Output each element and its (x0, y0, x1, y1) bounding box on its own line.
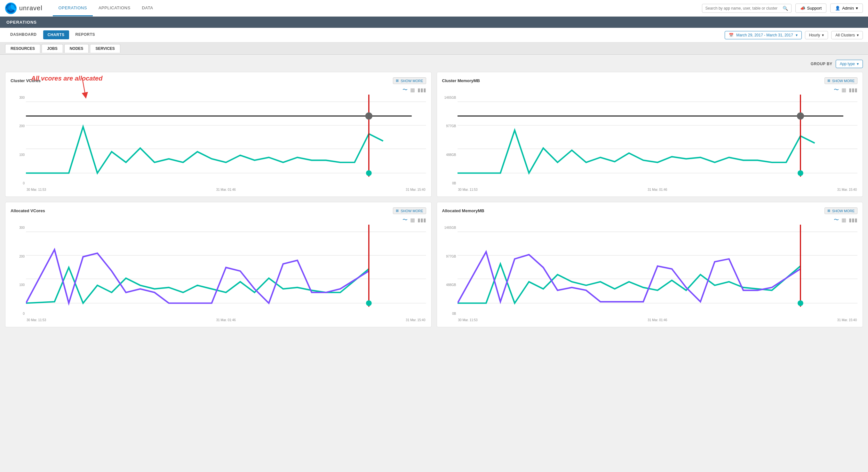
chart-svg (26, 225, 426, 317)
nav-right: 🔍 📣 Support 👤 Admin ▾ (702, 3, 863, 13)
chart-wrapper: 300 200 100 0 (10, 95, 426, 192)
line-chart-icon[interactable]: 〜 (402, 217, 408, 224)
nav-applications[interactable]: APPLICATIONS (93, 0, 136, 16)
expand-icon: ⊠ (396, 79, 399, 83)
tab-dashboard[interactable]: DASHBOARD (5, 28, 42, 42)
chart-actions: ⊠ SHOW MORE (393, 77, 426, 84)
chart-svg (458, 225, 858, 317)
sec-tab-services[interactable]: SERVICES (90, 44, 120, 53)
chevron-down-icon: ▾ (857, 62, 859, 66)
chart-y-axis: 300 200 100 0 (10, 225, 26, 322)
chart-view-icons: 〜 ▦ ▮▮▮ (10, 87, 426, 93)
search-input[interactable] (706, 6, 780, 10)
group-by-bar: GROUP BY App type ▾ (5, 60, 863, 68)
support-button[interactable]: 📣 Support (795, 3, 827, 13)
show-more-label: SHOW MORE (832, 79, 855, 83)
chart-allocated-memorymb: Allocated MemoryMB ⊠ SHOW MORE 〜 ▦ ▮▮▮ 1… (437, 202, 863, 327)
search-icon: 🔍 (782, 6, 788, 11)
nav-data[interactable]: DATA (136, 0, 159, 16)
search-box[interactable]: 🔍 (702, 4, 792, 13)
main-content: GROUP BY App type ▾ All vcores are alloc… (0, 55, 868, 332)
chevron-down-icon: ▾ (857, 33, 859, 37)
show-more-label: SHOW MORE (401, 79, 423, 83)
expand-icon: ⊠ (827, 79, 830, 83)
chevron-down-icon: ▾ (822, 33, 824, 37)
chart-title: Cluster VCores (10, 78, 41, 83)
area-chart-icon[interactable]: ▦ (841, 87, 846, 93)
line-chart-icon[interactable]: 〜 (834, 87, 839, 93)
show-more-button[interactable]: ⊠ SHOW MORE (393, 77, 426, 84)
logo-icon (5, 3, 17, 14)
show-more-button[interactable]: ⊠ SHOW MORE (393, 207, 426, 214)
svg-point-17 (797, 112, 804, 120)
logo[interactable]: unravel (5, 3, 42, 14)
bar-chart-icon[interactable]: ▮▮▮ (417, 87, 426, 93)
show-more-label: SHOW MORE (832, 209, 855, 213)
chart-view-icons: 〜 ▦ ▮▮▮ (442, 217, 858, 224)
chart-title: Allocated VCores (10, 208, 45, 213)
show-more-button[interactable]: ⊠ SHOW MORE (825, 77, 858, 84)
chart-main: 30 Mar. 11:53 31 Mar. 01:46 31 Mar. 15:4… (458, 225, 858, 322)
chart-header: Cluster MemoryMB ⊠ SHOW MORE (442, 77, 858, 84)
page-title-bar: OPERATIONS (0, 16, 868, 28)
show-more-button[interactable]: ⊠ SHOW MORE (825, 207, 858, 214)
chevron-down-icon: ▾ (796, 33, 798, 37)
top-nav: unravel OPERATIONS APPLICATIONS DATA 🔍 📣… (0, 0, 868, 16)
chart-svg (26, 95, 426, 187)
sub-nav: DASHBOARD CHARTS REPORTS 📅 March 29, 201… (0, 28, 868, 42)
chart-cluster-vcores: All vcores are allocated Cluster VCores … (5, 72, 432, 197)
svg-point-24 (366, 300, 372, 306)
calendar-icon: 📅 (729, 33, 734, 37)
tab-reports[interactable]: REPORTS (70, 28, 100, 42)
chart-y-axis: 300 200 100 0 (10, 95, 26, 192)
sec-tab-resources[interactable]: RESOURCES (5, 44, 40, 53)
bar-chart-icon[interactable]: ▮▮▮ (417, 217, 426, 223)
main-nav: OPERATIONS APPLICATIONS DATA (53, 0, 159, 16)
sec-tab-jobs[interactable]: JOBS (41, 44, 63, 53)
megaphone-icon: 📣 (800, 6, 805, 10)
chart-y-axis: 1465GB 977GB 488GB 0B (442, 95, 458, 192)
chevron-down-icon: ▾ (856, 6, 858, 10)
chart-svg (458, 95, 858, 187)
date-picker-button[interactable]: 📅 March 29, 2017 - March 31, 2017 ▾ (725, 31, 802, 39)
area-chart-icon[interactable]: ▦ (410, 87, 415, 93)
chart-x-labels: 30 Mar. 11:53 31 Mar. 01:46 31 Mar. 15:4… (458, 188, 858, 192)
nav-operations[interactable]: OPERATIONS (53, 0, 93, 16)
bar-chart-icon[interactable]: ▮▮▮ (849, 87, 858, 93)
hourly-label: Hourly (809, 33, 820, 37)
svg-point-1 (8, 6, 13, 11)
line-chart-icon[interactable]: 〜 (834, 217, 839, 224)
admin-button[interactable]: 👤 Admin ▾ (830, 3, 863, 13)
admin-label: Admin (842, 6, 854, 10)
chart-main: 30 Mar. 11:53 31 Mar. 01:46 31 Mar. 15:4… (458, 95, 858, 192)
expand-icon: ⊠ (827, 209, 830, 213)
logo-svg (5, 3, 17, 14)
show-more-label: SHOW MORE (401, 209, 423, 213)
cluster-dropdown[interactable]: All Clusters ▾ (831, 31, 863, 39)
chart-main: 30 Mar. 11:53 31 Mar. 01:46 31 Mar. 15:4… (26, 95, 426, 192)
group-by-value: App type (840, 62, 855, 66)
svg-point-9 (365, 112, 372, 120)
user-icon: 👤 (835, 6, 840, 10)
chart-allocated-vcores: Allocated VCores ⊠ SHOW MORE 〜 ▦ ▮▮▮ 300… (5, 202, 432, 327)
chart-view-icons: 〜 ▦ ▮▮▮ (10, 217, 426, 224)
line-chart-icon[interactable]: 〜 (402, 87, 408, 93)
sub-nav-right: 📅 March 29, 2017 - March 31, 2017 ▾ Hour… (725, 31, 863, 39)
tab-charts[interactable]: CHARTS (43, 30, 69, 39)
area-chart-icon[interactable]: ▦ (841, 217, 846, 223)
chart-header: Allocated MemoryMB ⊠ SHOW MORE (442, 207, 858, 214)
area-chart-icon[interactable]: ▦ (410, 217, 415, 223)
bar-chart-icon[interactable]: ▮▮▮ (849, 217, 858, 223)
svg-point-18 (797, 170, 803, 176)
cluster-label: All Clusters (835, 33, 855, 37)
group-by-dropdown[interactable]: App type ▾ (836, 60, 863, 68)
secondary-tabs: RESOURCES JOBS NODES SERVICES (0, 42, 868, 55)
expand-icon: ⊠ (396, 209, 399, 213)
group-by-label: GROUP BY (811, 62, 833, 66)
chart-title: Allocated MemoryMB (442, 208, 485, 213)
sec-tab-nodes[interactable]: NODES (64, 44, 89, 53)
date-range-label: March 29, 2017 - March 31, 2017 (736, 33, 793, 37)
chart-cluster-memorymb: Cluster MemoryMB ⊠ SHOW MORE 〜 ▦ ▮▮▮ 146… (437, 72, 863, 197)
chart-header: Allocated VCores ⊠ SHOW MORE (10, 207, 426, 214)
hourly-dropdown[interactable]: Hourly ▾ (805, 31, 828, 39)
